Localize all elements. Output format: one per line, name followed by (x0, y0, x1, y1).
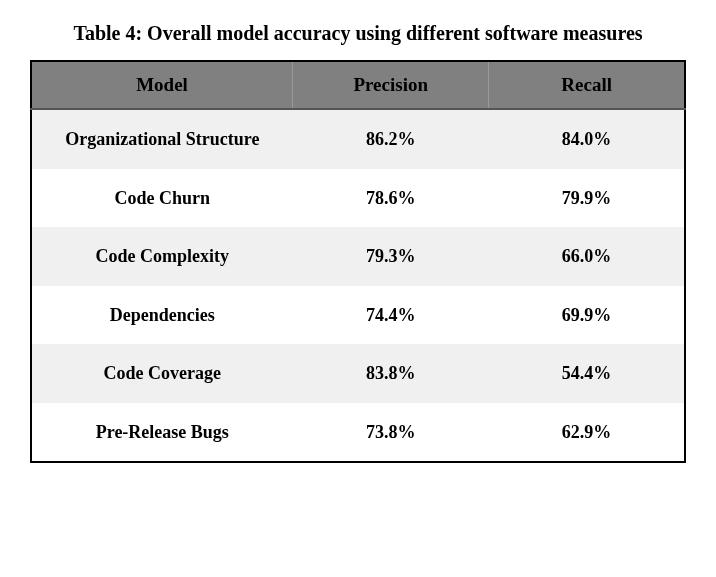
table-row: Organizational Structure 86.2% 84.0% (31, 109, 685, 169)
cell-recall: 79.9% (489, 169, 685, 228)
cell-model: Organizational Structure (31, 109, 293, 169)
header-recall: Recall (489, 61, 685, 109)
table-row: Code Coverage 83.8% 54.4% (31, 344, 685, 403)
table-row: Code Complexity 79.3% 66.0% (31, 227, 685, 286)
header-model: Model (31, 61, 293, 109)
cell-model: Dependencies (31, 286, 293, 345)
table-header-row: Model Precision Recall (31, 61, 685, 109)
cell-recall: 66.0% (489, 227, 685, 286)
cell-precision: 73.8% (293, 403, 489, 463)
cell-model: Pre-Release Bugs (31, 403, 293, 463)
table-row: Pre-Release Bugs 73.8% 62.9% (31, 403, 685, 463)
cell-recall: 62.9% (489, 403, 685, 463)
cell-recall: 54.4% (489, 344, 685, 403)
table-title: Table 4: Overall model accuracy using di… (30, 20, 686, 46)
cell-precision: 79.3% (293, 227, 489, 286)
cell-recall: 84.0% (489, 109, 685, 169)
cell-precision: 74.4% (293, 286, 489, 345)
table-row: Code Churn 78.6% 79.9% (31, 169, 685, 228)
cell-precision: 78.6% (293, 169, 489, 228)
cell-model: Code Coverage (31, 344, 293, 403)
cell-precision: 86.2% (293, 109, 489, 169)
accuracy-table: Model Precision Recall Organizational St… (30, 60, 686, 463)
cell-model: Code Complexity (31, 227, 293, 286)
cell-model: Code Churn (31, 169, 293, 228)
header-precision: Precision (293, 61, 489, 109)
table-row: Dependencies 74.4% 69.9% (31, 286, 685, 345)
cell-precision: 83.8% (293, 344, 489, 403)
cell-recall: 69.9% (489, 286, 685, 345)
